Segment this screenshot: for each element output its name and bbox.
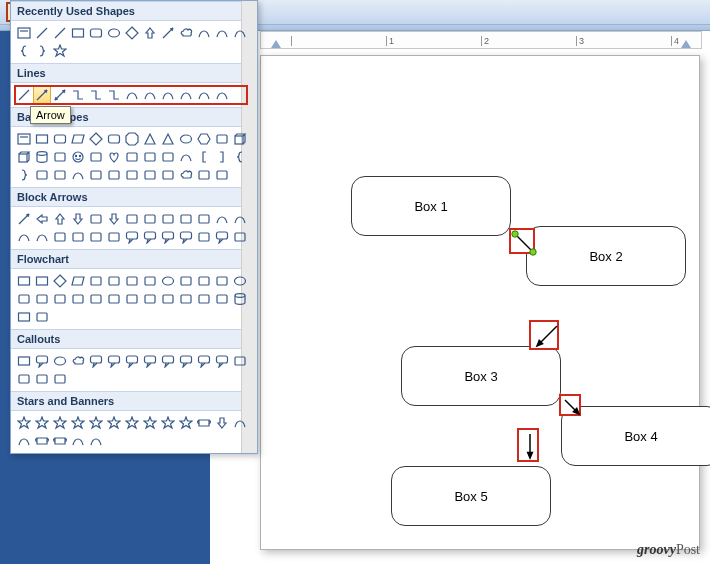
shape-cross[interactable] [213, 130, 231, 148]
shape-parallelogram[interactable] [69, 130, 87, 148]
shape-scribble[interactable] [213, 86, 231, 104]
shape-or[interactable] [87, 290, 105, 308]
shape-star5[interactable] [69, 414, 87, 432]
shape-collate[interactable] [105, 290, 123, 308]
shape-moon[interactable] [159, 148, 177, 166]
connector-c2[interactable] [531, 322, 561, 352]
shape-arc2[interactable] [213, 24, 231, 42]
shape-down[interactable] [69, 210, 87, 228]
shape-can[interactable] [33, 148, 51, 166]
shape-up[interactable] [51, 210, 69, 228]
shape-pentagon[interactable] [87, 228, 105, 246]
shape-accent1[interactable] [231, 352, 249, 370]
shape-star7[interactable] [105, 414, 123, 432]
shape-chord[interactable] [141, 166, 159, 184]
shape-line-call3[interactable] [123, 352, 141, 370]
shape-star5[interactable] [51, 42, 69, 60]
canvas-box4[interactable]: Box 4 [561, 406, 710, 466]
shape-offpage[interactable] [15, 290, 33, 308]
connector-c1[interactable] [511, 230, 537, 256]
shape-manual-op[interactable] [213, 272, 231, 290]
shape-card[interactable] [33, 290, 51, 308]
shape-line-call4[interactable] [141, 352, 159, 370]
indent-marker-left-icon[interactable] [271, 40, 281, 48]
shape-elbow-double[interactable] [105, 86, 123, 104]
shape-chevron[interactable] [105, 228, 123, 246]
shape-leftup[interactable] [177, 210, 195, 228]
shape-quad-callout[interactable] [213, 228, 231, 246]
shape-l-shape[interactable] [105, 166, 123, 184]
shape-delay[interactable] [195, 290, 213, 308]
shape-callout-r[interactable] [123, 228, 141, 246]
shape-horiz-scroll[interactable] [51, 432, 69, 450]
shape-bracket-l[interactable] [195, 148, 213, 166]
shape-vert-scroll[interactable] [33, 432, 51, 450]
shape-oval-call[interactable] [51, 352, 69, 370]
shape-rect-call[interactable] [15, 352, 33, 370]
shape-border-call4[interactable] [213, 352, 231, 370]
connector-c3[interactable] [561, 396, 583, 418]
shape-uturn[interactable] [159, 210, 177, 228]
shape-star8[interactable] [123, 414, 141, 432]
shape-connector[interactable] [231, 272, 249, 290]
shape-wave[interactable] [69, 432, 87, 450]
shape-triangle[interactable] [141, 130, 159, 148]
shape-curve-down[interactable] [33, 228, 51, 246]
shape-leftright[interactable] [87, 210, 105, 228]
shape-display[interactable] [33, 308, 51, 326]
shape-quad[interactable] [123, 210, 141, 228]
shape-diag-stripe[interactable] [123, 166, 141, 184]
shape-junction[interactable] [69, 290, 87, 308]
shape-extract[interactable] [141, 290, 159, 308]
shape-wave[interactable] [231, 24, 249, 42]
shape-arrow[interactable] [33, 86, 51, 104]
indent-marker-right-icon[interactable] [681, 40, 691, 48]
connector-c4[interactable] [519, 430, 541, 464]
shape-callout-u[interactable] [159, 228, 177, 246]
canvas-box1[interactable]: Box 1 [351, 176, 511, 236]
shape-border-call2[interactable] [177, 352, 195, 370]
shape-curved-up[interactable] [231, 414, 249, 432]
shape-decision[interactable] [51, 272, 69, 290]
shape-fold-corner[interactable] [87, 166, 105, 184]
shape-star32[interactable] [177, 414, 195, 432]
shape-sort[interactable] [123, 290, 141, 308]
shape-stored[interactable] [177, 290, 195, 308]
shape-curve-up[interactable] [15, 228, 33, 246]
shape-textbox[interactable] [15, 24, 33, 42]
shape-seq-store[interactable] [213, 290, 231, 308]
shape-round-rect[interactable] [51, 130, 69, 148]
shape-process[interactable] [15, 272, 33, 290]
shape-heart[interactable] [105, 148, 123, 166]
shape-ribbon-down[interactable] [213, 414, 231, 432]
shape-double-arrow[interactable] [51, 86, 69, 104]
shape-double-wave[interactable] [87, 432, 105, 450]
shape-accent4[interactable] [51, 370, 69, 388]
shape-line-call1[interactable] [87, 352, 105, 370]
shape-bevel[interactable] [15, 148, 33, 166]
shape-donut[interactable] [87, 148, 105, 166]
shape-curve[interactable] [123, 86, 141, 104]
shape-prep[interactable] [177, 272, 195, 290]
shape-predef[interactable] [87, 272, 105, 290]
shape-alt-process[interactable] [33, 272, 51, 290]
shape-line-call2[interactable] [105, 352, 123, 370]
shape-curved-down[interactable] [15, 432, 33, 450]
shape-star6[interactable] [87, 414, 105, 432]
shape-arc[interactable] [177, 148, 195, 166]
shape-star24[interactable] [159, 414, 177, 432]
shape-pie[interactable] [195, 166, 213, 184]
shape-line-diag[interactable] [33, 24, 51, 42]
shape-curve-right[interactable] [213, 210, 231, 228]
shape-oval[interactable] [177, 130, 195, 148]
shape-border-call1[interactable] [159, 352, 177, 370]
shape-right[interactable] [15, 210, 33, 228]
shape-document[interactable] [123, 272, 141, 290]
shape-line-diag[interactable] [51, 24, 69, 42]
shape-textbox[interactable] [15, 130, 33, 148]
shape-bent[interactable] [141, 210, 159, 228]
shape-explosion2[interactable] [33, 414, 51, 432]
shape-bracket-r[interactable] [213, 148, 231, 166]
shape-oval[interactable] [105, 24, 123, 42]
shape-curve-arrow[interactable] [141, 86, 159, 104]
